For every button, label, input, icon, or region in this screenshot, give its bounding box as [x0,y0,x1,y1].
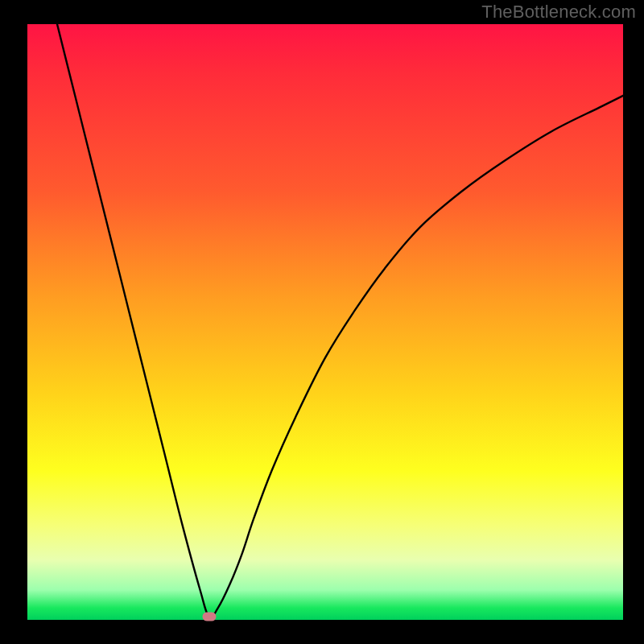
bottleneck-curve [27,24,623,620]
plot-area [27,24,623,620]
curve-path [57,24,623,617]
chart-frame: TheBottleneck.com [0,0,644,644]
minimum-marker [202,613,216,621]
watermark-text: TheBottleneck.com [481,2,636,23]
